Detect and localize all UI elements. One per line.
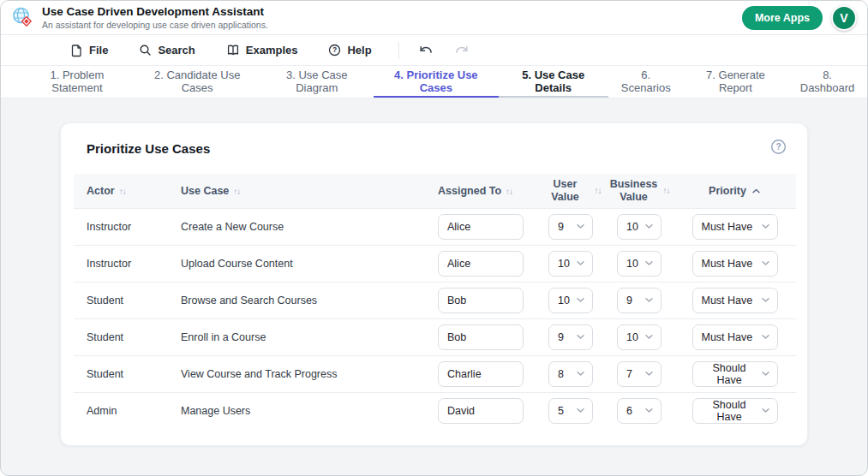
help-button[interactable]: ? Help — [320, 39, 379, 62]
user-value-select[interactable]: 8 — [548, 361, 593, 387]
actor-cell: Student — [74, 355, 181, 392]
tab-use-case-details[interactable]: 5. Use Case Details — [499, 66, 608, 98]
business-value-select[interactable]: 9 — [617, 288, 661, 313]
priority-select[interactable]: Must Have — [692, 288, 778, 313]
assigned-to-input[interactable] — [438, 214, 524, 240]
user-value-select[interactable]: 5 — [548, 398, 593, 424]
col-header-priority[interactable]: Priority — [673, 174, 796, 208]
use-case-cell: Browse and Search Courses — [181, 282, 429, 318]
use-case-cell: Manage Users — [181, 392, 429, 429]
user-value-select[interactable]: 10 — [548, 288, 593, 313]
book-icon — [226, 44, 240, 57]
assigned-to-input[interactable] — [438, 398, 524, 424]
sort-icon: ↑↓ — [595, 186, 602, 196]
use-case-cell: Enroll in a Course — [181, 318, 429, 355]
question-circle-icon: ? — [770, 139, 787, 155]
chevron-down-icon — [761, 223, 770, 229]
chevron-down-icon — [644, 371, 654, 377]
table-row: Student View Course and Track Progress 8… — [74, 355, 796, 392]
chevron-down-icon — [644, 260, 654, 266]
table-row: Student Enroll in a Course 9 10 Must Hav… — [74, 318, 796, 355]
examples-label: Examples — [246, 44, 298, 57]
app-subtitle: An assistant for developing use case dri… — [42, 20, 742, 30]
tab-use-case-diagram[interactable]: 3. Use Case Diagram — [260, 66, 374, 98]
avatar[interactable]: V — [831, 5, 857, 31]
table-row: Instructor Upload Course Content 10 10 M… — [74, 245, 796, 282]
user-value-select[interactable]: 10 — [548, 251, 593, 277]
business-value-select[interactable]: 10 — [617, 251, 661, 277]
tab-problem-statement[interactable]: 1. Problem Statement — [20, 66, 135, 98]
tab-scenarios[interactable]: 6. Scenarios — [608, 66, 684, 98]
search-button[interactable]: Search — [131, 39, 202, 62]
col-header-assigned-to[interactable]: Assigned To↑↓ — [429, 174, 536, 208]
sort-icon: ↑↓ — [663, 186, 670, 196]
tab-generate-report[interactable]: 7. Generate Report — [684, 66, 787, 98]
file-menu-button[interactable]: File — [63, 39, 116, 62]
app-title: Use Case Driven Development Assistant — [42, 5, 742, 19]
user-value-select[interactable]: 9 — [548, 324, 593, 350]
tab-dashboard[interactable]: 8. Dashboard — [787, 66, 867, 98]
use-case-cell: Create a New Course — [181, 208, 429, 245]
assigned-to-input[interactable] — [438, 324, 524, 350]
chevron-down-icon — [576, 223, 585, 229]
redo-icon — [454, 45, 470, 57]
chevron-down-icon — [761, 260, 770, 266]
tab-candidate-use-cases[interactable]: 2. Candidate Use Cases — [135, 66, 260, 98]
priority-select[interactable]: Should Have — [692, 398, 778, 424]
chevron-down-icon — [576, 334, 585, 340]
business-value-select[interactable]: 7 — [617, 361, 661, 387]
more-apps-button[interactable]: More Apps — [742, 6, 823, 30]
help-circle-icon: ? — [328, 44, 341, 57]
sort-icon: ↑↓ — [233, 187, 240, 196]
chevron-down-icon — [761, 408, 770, 414]
file-icon — [70, 44, 83, 57]
card-title: Prioritize Use Cases — [87, 141, 781, 156]
chevron-down-icon — [576, 408, 585, 414]
assigned-to-input[interactable] — [438, 361, 524, 387]
search-icon — [139, 44, 152, 57]
chevron-down-icon — [644, 334, 654, 340]
svg-text:?: ? — [775, 142, 781, 152]
app-logo-icon — [11, 6, 34, 29]
assigned-to-input[interactable] — [438, 251, 524, 277]
user-value-select[interactable]: 9 — [548, 214, 593, 240]
sort-icon: ↑↓ — [119, 187, 126, 196]
business-value-select[interactable]: 10 — [617, 214, 661, 240]
header-actions: More Apps V — [742, 5, 857, 31]
actor-cell: Instructor — [74, 245, 181, 282]
use-case-table: Actor↑↓ Use Case↑↓ Assigned To↑↓ User Va… — [74, 174, 796, 429]
card-help-button[interactable]: ? — [769, 137, 788, 157]
table-row: Admin Manage Users 5 6 Should Have — [74, 392, 796, 429]
priority-select[interactable]: Must Have — [692, 214, 778, 240]
chevron-down-icon — [761, 371, 770, 377]
business-value-select[interactable]: 6 — [617, 398, 661, 424]
priority-select[interactable]: Must Have — [692, 324, 778, 350]
undo-button[interactable] — [408, 39, 444, 62]
sort-ascending-icon — [751, 187, 761, 194]
use-case-cell: View Course and Track Progress — [181, 355, 429, 392]
toolbar-divider — [398, 42, 399, 59]
col-header-user-value[interactable]: User Value↑↓ — [536, 174, 605, 208]
col-header-business-value[interactable]: Business Value↑↓ — [605, 174, 673, 208]
redo-button[interactable] — [444, 39, 480, 62]
use-case-cell: Upload Course Content — [181, 245, 429, 282]
app-window: Use Case Driven Development Assistant An… — [0, 0, 868, 476]
actor-cell: Student — [74, 318, 181, 355]
chevron-down-icon — [761, 334, 770, 340]
business-value-select[interactable]: 10 — [617, 324, 661, 350]
priority-select[interactable]: Should Have — [692, 361, 778, 387]
chevron-down-icon — [576, 260, 585, 266]
toolbar: File Search Examples ? Help — [1, 35, 867, 66]
assigned-to-input[interactable] — [438, 288, 524, 313]
actor-cell: Instructor — [74, 208, 181, 245]
chevron-down-icon — [644, 223, 654, 229]
prioritize-card: Prioritize Use Cases ? Actor↑↓ Use Case↑… — [60, 122, 808, 446]
chevron-down-icon — [761, 297, 770, 303]
svg-text:?: ? — [332, 45, 337, 54]
tab-prioritize-use-cases[interactable]: 4. Prioritize Use Cases — [374, 66, 499, 98]
col-header-actor[interactable]: Actor↑↓ — [74, 174, 181, 208]
search-label: Search — [158, 44, 195, 57]
priority-select[interactable]: Must Have — [692, 251, 778, 277]
examples-button[interactable]: Examples — [218, 39, 306, 62]
col-header-use-case[interactable]: Use Case↑↓ — [181, 174, 429, 208]
